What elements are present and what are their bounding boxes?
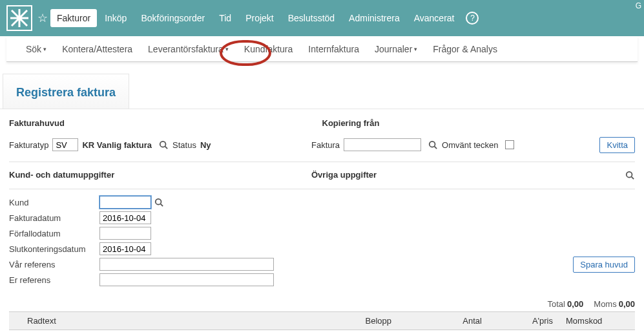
- submenu-label: Leverantörsfaktura: [148, 44, 223, 54]
- erreferens-label: Er referens: [9, 275, 99, 285]
- search-icon[interactable]: [428, 140, 438, 150]
- varreferens-input[interactable]: [99, 258, 274, 271]
- col-radtext[interactable]: Radtext: [9, 312, 306, 330]
- submenu-sok[interactable]: Sök▾: [19, 40, 53, 58]
- svg-line-2: [165, 147, 168, 149]
- topmenu-tid[interactable]: Tid: [213, 9, 238, 27]
- submenu-kontera[interactable]: Kontera/Attestera: [56, 40, 139, 58]
- caret-down-icon: ▾: [414, 46, 417, 52]
- caret-down-icon: ▾: [225, 46, 229, 52]
- faktura-label: Faktura: [311, 140, 340, 150]
- slutkonteringsdatum-label: Slutkonteringsdatum: [9, 244, 99, 254]
- top-bar: ☆ Fakturor Inköp Bokföringsorder Tid Pro…: [0, 0, 644, 36]
- section-kund-datum: Kund- och datumuppgifter: [9, 167, 306, 184]
- favorite-icon[interactable]: ☆: [37, 11, 48, 25]
- topmenu-projekt[interactable]: Projekt: [239, 9, 280, 27]
- section-kopiering: Kopiering från: [322, 116, 636, 132]
- search-icon[interactable]: [625, 170, 635, 180]
- page-title: Registrera faktura: [3, 74, 129, 109]
- omvant-checkbox[interactable]: [505, 140, 514, 149]
- fakturatyp-desc: KR Vanlig faktura: [82, 140, 152, 150]
- spara-huvud-button[interactable]: Spara huvud: [573, 257, 635, 273]
- totals-row: Total0,00 Moms0,00: [0, 293, 644, 311]
- submenu-leverantorsfaktura[interactable]: Leverantörsfaktura▾: [141, 40, 235, 58]
- caret-down-icon: ▾: [43, 46, 47, 52]
- topmenu-bokforingsorder[interactable]: Bokföringsorder: [134, 9, 211, 27]
- col-apris[interactable]: A'pris: [487, 312, 558, 330]
- fakturadatum-label: Fakturadatum: [9, 213, 99, 223]
- search-icon[interactable]: [154, 197, 164, 207]
- omvant-label: Omvänt tecken: [442, 140, 498, 150]
- corner-letter: G: [636, 1, 641, 10]
- topmenu-avancerat[interactable]: Avancerat: [408, 9, 461, 27]
- svg-point-5: [627, 172, 632, 178]
- submenu-fragor-analys[interactable]: Frågor & Analys: [426, 40, 504, 58]
- top-menu: Fakturor Inköp Bokföringsorder Tid Proje…: [50, 9, 479, 27]
- topmenu-administrera[interactable]: Administrera: [342, 9, 406, 27]
- varreferens-label: Vår referens: [9, 260, 99, 269]
- forfallodatum-input[interactable]: [99, 227, 151, 240]
- topmenu-inkop[interactable]: Inköp: [98, 9, 133, 27]
- submenu-journaler[interactable]: Journaler▾: [368, 40, 424, 58]
- moms-label: Moms: [594, 299, 616, 309]
- status-label: Status: [172, 140, 196, 150]
- fakturadatum-input[interactable]: [99, 211, 151, 224]
- col-momskod[interactable]: Momskod: [558, 312, 635, 330]
- moms-value: 0,00: [619, 299, 635, 309]
- submenu-label: Journaler: [375, 44, 412, 54]
- section-fakturahuvud: Fakturahuvud: [9, 116, 322, 132]
- help-icon[interactable]: ?: [466, 12, 479, 25]
- slutkonteringsdatum-input[interactable]: [99, 242, 151, 255]
- submenu-kundfaktura[interactable]: Kundfaktura: [238, 40, 300, 58]
- svg-line-8: [161, 204, 163, 207]
- total-value: 0,00: [567, 299, 583, 309]
- forfallodatum-label: Förfallodatum: [9, 229, 99, 238]
- svg-line-6: [632, 177, 634, 180]
- faktura-input[interactable]: [344, 138, 421, 151]
- fakturatyp-label: Fakturatyp: [9, 140, 48, 150]
- total-label: Total: [548, 299, 565, 309]
- table-header: Radtext Belopp Antal A'pris Momskod: [9, 311, 635, 330]
- status-value: Ny: [200, 140, 211, 150]
- svg-point-3: [430, 142, 435, 147]
- svg-point-7: [156, 199, 161, 205]
- topmenu-fakturor[interactable]: Fakturor: [50, 9, 97, 27]
- col-antal[interactable]: Antal: [397, 312, 487, 330]
- fakturatyp-input[interactable]: [52, 138, 78, 151]
- erreferens-input[interactable]: [99, 273, 274, 286]
- kund-input[interactable]: [99, 196, 151, 209]
- sub-menu: Sök▾ Kontera/Attestera Leverantörsfaktur…: [6, 36, 638, 62]
- svg-point-1: [160, 142, 166, 147]
- submenu-internfaktura[interactable]: Internfaktura: [302, 40, 366, 58]
- app-logo[interactable]: [6, 5, 32, 31]
- section-ovriga: Övriga uppgifter: [311, 167, 635, 184]
- topmenu-beslutsstod[interactable]: Beslutsstöd: [282, 9, 341, 27]
- submenu-label: Sök: [26, 44, 41, 54]
- col-belopp[interactable]: Belopp: [306, 312, 397, 330]
- kund-label: Kund: [9, 198, 99, 207]
- svg-line-4: [435, 147, 437, 149]
- search-icon[interactable]: [158, 140, 169, 150]
- kvitta-button[interactable]: Kvitta: [599, 137, 635, 153]
